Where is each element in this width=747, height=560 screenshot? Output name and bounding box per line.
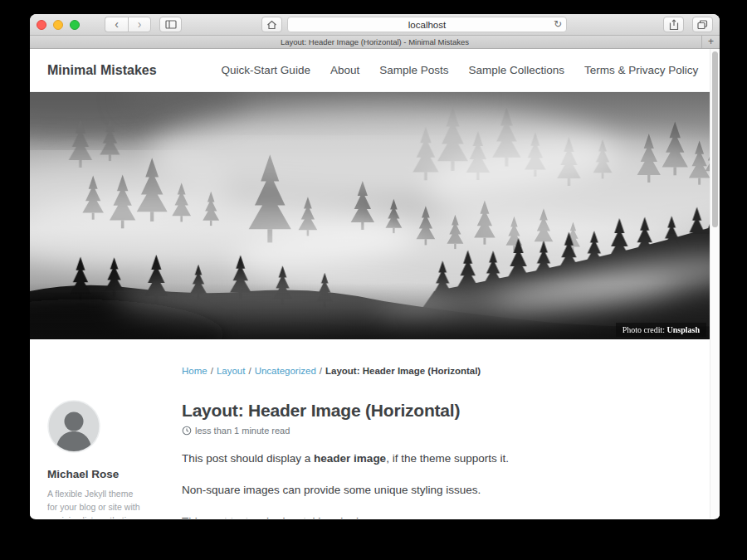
clock-icon bbox=[182, 426, 192, 436]
new-tab-button[interactable]: + bbox=[701, 36, 720, 48]
breadcrumb-link-home[interactable]: Home bbox=[182, 366, 208, 376]
author-avatar bbox=[47, 400, 100, 453]
browser-toolbar: ‹ › localhost ↻ bbox=[30, 14, 720, 36]
nav-link-terms-privacy[interactable]: Terms & Privacy Policy bbox=[584, 64, 698, 76]
browser-window: ‹ › localhost ↻ bbox=[30, 14, 720, 519]
back-icon: ‹ bbox=[115, 18, 119, 30]
nav-link-quick-start-guide[interactable]: Quick-Start Guide bbox=[222, 64, 310, 76]
breadcrumb-link-uncategorized[interactable]: Uncategorized bbox=[255, 366, 316, 376]
scrollbar-track[interactable] bbox=[710, 49, 720, 519]
share-icon bbox=[669, 19, 679, 31]
paragraph-text: , if the theme supports it. bbox=[386, 452, 509, 465]
reload-icon[interactable]: ↻ bbox=[554, 18, 562, 30]
home-button[interactable] bbox=[261, 17, 282, 32]
masthead-nav: Quick-Start Guide About Sample Posts Sam… bbox=[222, 64, 699, 76]
url-text: localhost bbox=[408, 20, 446, 30]
tabs-icon bbox=[697, 20, 708, 30]
nav-link-about[interactable]: About bbox=[330, 64, 359, 76]
post-title: Layout: Header Image (Horizontal) bbox=[182, 400, 686, 421]
page-content: Minimal Mistakes Quick-Start Guide About… bbox=[30, 49, 720, 519]
author-name: Michael Rose bbox=[47, 468, 182, 480]
sidebar-toggle-button[interactable] bbox=[159, 17, 182, 32]
tab-bar: Layout: Header Image (Horizontal) - Mini… bbox=[30, 36, 720, 49]
post-article: Layout: Header Image (Horizontal) less t… bbox=[182, 400, 720, 519]
tab-overview-button[interactable] bbox=[692, 17, 713, 32]
minimize-window-button[interactable] bbox=[53, 20, 63, 30]
breadcrumb-link-layout[interactable]: Layout bbox=[217, 366, 246, 376]
post-paragraph: Non-square images can provide some uniqu… bbox=[182, 482, 686, 499]
author-sidebar: Michael Rose A flexible Jekyll theme for… bbox=[47, 400, 182, 519]
forward-icon: › bbox=[138, 18, 142, 30]
nav-link-sample-collections[interactable]: Sample Collections bbox=[468, 64, 564, 76]
post-paragraph: This post tests a horizontal header imag… bbox=[182, 514, 686, 519]
site-title-link[interactable]: Minimal Mistakes bbox=[47, 63, 157, 78]
foggy-forest-photo bbox=[30, 92, 720, 339]
active-tab[interactable]: Layout: Header Image (Horizontal) - Mini… bbox=[281, 37, 469, 46]
share-button[interactable] bbox=[663, 17, 684, 32]
breadcrumb-separator: / bbox=[320, 366, 322, 376]
breadcrumb-current: Layout: Header Image (Horizontal) bbox=[325, 366, 481, 376]
author-bio: A flexible Jekyll theme for your blog or… bbox=[47, 487, 144, 519]
breadcrumb: Home/Layout/Uncategorized/Layout: Header… bbox=[182, 366, 720, 376]
sidebar-icon bbox=[165, 20, 177, 29]
nav-link-sample-posts[interactable]: Sample Posts bbox=[379, 64, 448, 76]
close-window-button[interactable] bbox=[37, 20, 46, 30]
window-controls bbox=[37, 20, 80, 30]
photo-credit-badge: Photo credit: Unsplash bbox=[616, 323, 706, 337]
address-bar[interactable]: localhost ↻ bbox=[287, 17, 567, 32]
masthead: Minimal Mistakes Quick-Start Guide About… bbox=[30, 49, 720, 92]
breadcrumb-separator: / bbox=[248, 366, 251, 376]
zoom-window-button[interactable] bbox=[70, 20, 80, 30]
header-image: Photo credit: Unsplash bbox=[30, 92, 720, 339]
scrollbar-thumb[interactable] bbox=[712, 51, 718, 227]
post-paragraph: This post should display a header image,… bbox=[182, 450, 686, 467]
paragraph-bold-text: header image bbox=[314, 452, 386, 465]
post-meta: less than 1 minute read bbox=[182, 426, 686, 436]
paragraph-text: This post should display a bbox=[182, 452, 314, 465]
back-button[interactable]: ‹ bbox=[105, 17, 128, 32]
breadcrumb-separator: / bbox=[211, 366, 213, 376]
history-nav-buttons: ‹ › bbox=[105, 17, 151, 32]
post-layout: Michael Rose A flexible Jekyll theme for… bbox=[30, 400, 720, 519]
home-icon bbox=[266, 20, 277, 30]
photo-credit-link[interactable]: Unsplash bbox=[667, 325, 700, 334]
forward-button[interactable]: › bbox=[128, 17, 151, 32]
read-time: less than 1 minute read bbox=[195, 426, 290, 436]
photo-credit-label: Photo credit: bbox=[622, 325, 667, 334]
